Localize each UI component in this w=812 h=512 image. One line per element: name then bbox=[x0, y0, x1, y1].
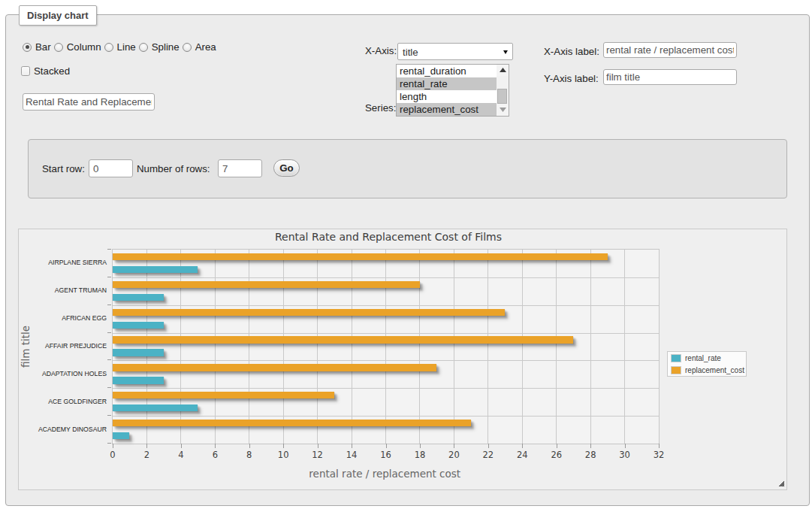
x-tick-label: 30 bbox=[610, 450, 640, 460]
series-options: rental_durationrental_ratelengthreplacem… bbox=[397, 65, 509, 117]
x-tick-label: 24 bbox=[507, 450, 537, 460]
bar-replacement_cost bbox=[113, 253, 608, 260]
radio-icon[interactable] bbox=[104, 43, 113, 52]
chart-type-radio-column[interactable]: Column bbox=[54, 41, 101, 53]
x-tick-label: 12 bbox=[303, 450, 333, 460]
x-tick-label: 20 bbox=[439, 450, 469, 460]
scrollbar[interactable] bbox=[497, 65, 509, 117]
bar-rental_rate bbox=[113, 432, 129, 439]
num-rows-label: Number of rows: bbox=[137, 163, 210, 174]
radio-label: Line bbox=[117, 41, 136, 53]
bar-replacement_cost bbox=[113, 281, 420, 288]
category-label: ADAPTATION HOLES bbox=[19, 370, 107, 377]
num-rows-input[interactable] bbox=[218, 159, 262, 177]
bar-replacement_cost bbox=[113, 309, 505, 316]
x-tick-label: 28 bbox=[575, 450, 605, 460]
stacked-label: Stacked bbox=[34, 65, 70, 77]
bar-rental_rate bbox=[113, 349, 164, 356]
chart-legend: rental_ratereplacement_cost bbox=[667, 351, 747, 377]
x-axis-select-value: title bbox=[403, 47, 418, 58]
chart-title: Rental Rate and Replacement Cost of Film… bbox=[112, 231, 665, 243]
x-tick-label: 18 bbox=[405, 450, 435, 460]
x-axis-select[interactable]: title bbox=[397, 43, 513, 60]
fieldset-legend: Display chart bbox=[19, 5, 97, 26]
x-tick-label: 16 bbox=[371, 450, 401, 460]
series-multiselect[interactable]: rental_durationrental_ratelengthreplacem… bbox=[396, 64, 509, 117]
dropdown-arrow-icon bbox=[503, 50, 508, 54]
x-axis-label-input[interactable] bbox=[603, 42, 737, 58]
x-tick-label: 26 bbox=[542, 450, 572, 460]
chart-type-radio-line[interactable]: Line bbox=[104, 41, 136, 53]
stacked-checkbox[interactable] bbox=[21, 66, 31, 76]
legend-label: replacement_cost bbox=[685, 366, 744, 374]
bar-replacement_cost bbox=[113, 392, 334, 398]
bar-replacement_cost bbox=[113, 364, 436, 371]
bar-replacement_cost bbox=[113, 420, 471, 426]
scrollbar-down-icon[interactable] bbox=[497, 105, 509, 116]
go-button[interactable]: Go bbox=[273, 159, 300, 177]
radio-icon[interactable] bbox=[183, 43, 192, 52]
radio-label: Spline bbox=[152, 41, 180, 53]
radio-label: Column bbox=[67, 41, 101, 53]
legend-swatch bbox=[671, 366, 681, 374]
bar-rental_rate bbox=[113, 266, 198, 273]
resize-grip-icon[interactable] bbox=[778, 480, 784, 486]
chart-title-input[interactable] bbox=[23, 93, 155, 111]
bar-rental_rate bbox=[113, 404, 198, 411]
bar-replacement_cost bbox=[113, 336, 573, 343]
category-label: ACADEMY DINOSAUR bbox=[19, 426, 107, 433]
radio-icon[interactable] bbox=[54, 43, 63, 52]
radio-label: Area bbox=[195, 41, 216, 53]
category-label: AIRPLANE SIERRA bbox=[19, 259, 107, 266]
bar-rental_rate bbox=[113, 377, 164, 383]
x-tick-label: 14 bbox=[337, 450, 367, 460]
x-tick-label: 2 bbox=[131, 450, 161, 460]
legend-row: replacement_cost bbox=[671, 365, 746, 377]
category-label: AFRICAN EGG bbox=[19, 314, 107, 322]
series-label: Series: bbox=[365, 102, 396, 114]
page: Display chart BarColumnLineSplineArea St… bbox=[0, 0, 812, 512]
series-option[interactable]: rental_duration bbox=[397, 65, 506, 77]
bar-rental_rate bbox=[113, 294, 164, 301]
category-label: ACE GOLDFINGER bbox=[19, 398, 107, 405]
legend-swatch bbox=[671, 354, 681, 362]
legend-row: rental_rate bbox=[671, 353, 746, 365]
bar-rental_rate bbox=[113, 322, 164, 329]
scrollbar-up-icon[interactable] bbox=[497, 65, 509, 76]
x-tick-label: 10 bbox=[268, 450, 298, 460]
y-axis-label-label: Y-Axis label: bbox=[544, 73, 599, 84]
chart-container: Rental Rate and Replacement Cost of Film… bbox=[18, 229, 787, 490]
series-option[interactable]: replacement_cost bbox=[397, 103, 506, 116]
radio-label: Bar bbox=[35, 41, 51, 53]
chart-type-radios: BarColumnLineSplineArea bbox=[23, 41, 219, 53]
legend-label: rental_rate bbox=[685, 354, 721, 362]
x-tick-label: 22 bbox=[473, 450, 503, 460]
x-axis-title: rental rate / replacement cost bbox=[112, 468, 658, 480]
x-axis-label: X-Axis: bbox=[365, 45, 397, 56]
scrollbar-thumb[interactable] bbox=[497, 89, 507, 104]
start-row-input[interactable] bbox=[89, 159, 133, 177]
x-axis-label-label: X-Axis label: bbox=[544, 46, 599, 57]
series-option[interactable]: rental_rate bbox=[397, 77, 506, 90]
stacked-checkbox-row[interactable]: Stacked bbox=[21, 65, 71, 77]
chart-type-radio-bar[interactable]: Bar bbox=[23, 41, 51, 53]
y-axis-label-input[interactable] bbox=[603, 69, 737, 85]
chart-type-radio-spline[interactable]: Spline bbox=[139, 41, 180, 53]
radio-icon[interactable] bbox=[23, 43, 32, 52]
chart-grid bbox=[112, 249, 660, 444]
radio-icon[interactable] bbox=[139, 43, 148, 52]
x-tick-label: 6 bbox=[200, 450, 230, 460]
y-axis-title: film title bbox=[20, 326, 32, 368]
start-row-label: Start row: bbox=[42, 163, 85, 174]
x-tick-label: 8 bbox=[234, 450, 264, 460]
series-option[interactable]: length bbox=[397, 90, 506, 103]
chart-type-radio-area[interactable]: Area bbox=[183, 41, 216, 53]
category-label: AGENT TRUMAN bbox=[19, 286, 107, 294]
x-tick-label: 0 bbox=[98, 450, 128, 460]
x-tick-label: 32 bbox=[644, 450, 674, 460]
x-tick-label: 4 bbox=[166, 450, 196, 460]
category-label: AFFAIR PREJUDICE bbox=[19, 342, 107, 350]
